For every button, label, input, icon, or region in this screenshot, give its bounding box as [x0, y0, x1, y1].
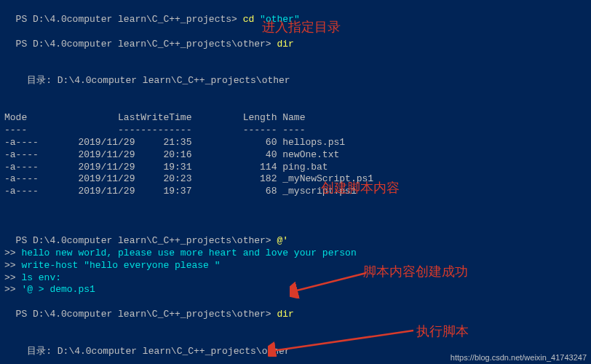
prompt: PS D:\4.0computer learn\C_C++_projects>	[16, 14, 237, 25]
herestring-block: >> hello new world, please use more hear…	[4, 248, 591, 297]
blank	[4, 51, 591, 63]
dir-heading-1: 目录: D:\4.0computer learn\C_C++_projects\…	[4, 75, 591, 87]
blank	[4, 210, 591, 223]
blank	[4, 87, 591, 100]
cmd-dir2: dir	[271, 309, 294, 320]
list-row: -a---- 2019/11/29 20:16 40 newOne.txt	[4, 149, 591, 162]
list-row: -a---- 2019/11/29 19:37 68 _myscript.ps1	[4, 186, 591, 198]
cmd-cd: cd	[237, 14, 260, 25]
cmd-line-herestr: PS D:\4.0computer learn\C_C++_projects\o…	[4, 223, 591, 248]
blank	[4, 333, 591, 346]
col-header-1: Mode LastWriteTime Length Name	[4, 112, 591, 124]
annotation-create-success: 脚本内容创建成功	[363, 264, 468, 280]
herestring-line: >> '@ > demo.ps1	[4, 284, 591, 296]
prompt-other: PS D:\4.0computer learn\C_C++_projects\o…	[16, 235, 271, 246]
col-rule-1: ---- ------------- ------ ----	[4, 124, 591, 137]
blank	[4, 63, 591, 75]
listing-1: -a---- 2019/11/29 21:35 60 hellops.ps1-a…	[4, 137, 591, 198]
herestring-line: >> ls env:	[4, 272, 591, 285]
prompt-other: PS D:\4.0computer learn\C_C++_projects\o…	[16, 39, 271, 50]
annotation-create-content: 创建脚本内容	[321, 180, 400, 197]
cmd-dir1: dir	[271, 39, 294, 50]
blank	[4, 100, 591, 112]
blank	[4, 198, 591, 210]
cmd-line-dir2: PS D:\4.0computer learn\C_C++_projects\o…	[4, 296, 591, 321]
list-row: -a---- 2019/11/29 19:31 114 ping.bat	[4, 162, 591, 174]
herestring-line: >> write-host "hello everyone please "	[4, 260, 591, 272]
list-row: -a---- 2019/11/29 20:23 182 _myNewScript…	[4, 173, 591, 186]
annotation-run-script: 执行脚本	[416, 323, 469, 340]
list-row: -a---- 2019/11/29 21:35 60 hellops.ps1	[4, 137, 591, 149]
blank	[4, 321, 591, 333]
annotation-enter-dir: 进入指定目录	[262, 19, 341, 36]
cmd-at: @'	[271, 235, 288, 246]
herestring-line: >> hello new world, please use more hear…	[4, 248, 591, 260]
watermark: https://blog.csdn.net/weixin_41743247	[451, 352, 587, 363]
prompt-other: PS D:\4.0computer learn\C_C++_projects\o…	[16, 309, 271, 320]
